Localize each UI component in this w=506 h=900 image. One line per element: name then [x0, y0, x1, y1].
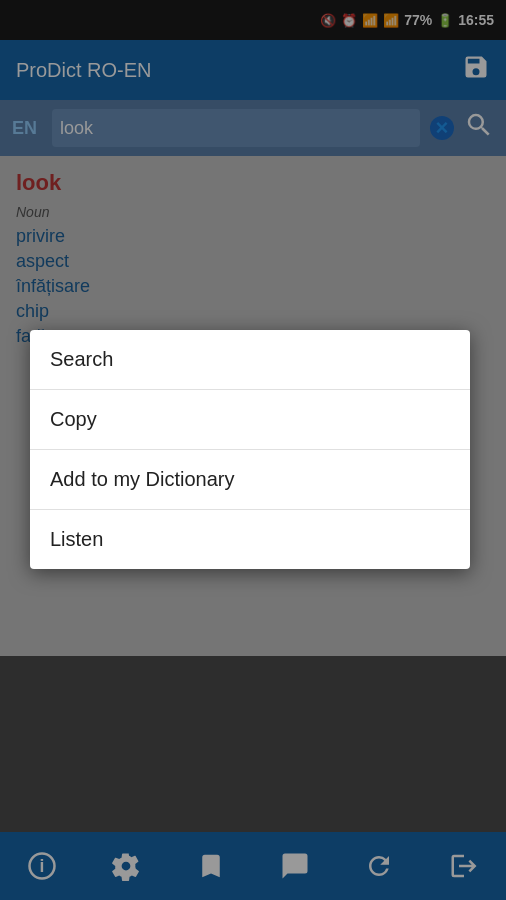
menu-item-listen[interactable]: Listen [30, 510, 470, 569]
context-menu: Search Copy Add to my Dictionary Listen [30, 330, 470, 569]
menu-item-add-dictionary[interactable]: Add to my Dictionary [30, 450, 470, 510]
menu-item-copy[interactable]: Copy [30, 390, 470, 450]
menu-item-search[interactable]: Search [30, 330, 470, 390]
